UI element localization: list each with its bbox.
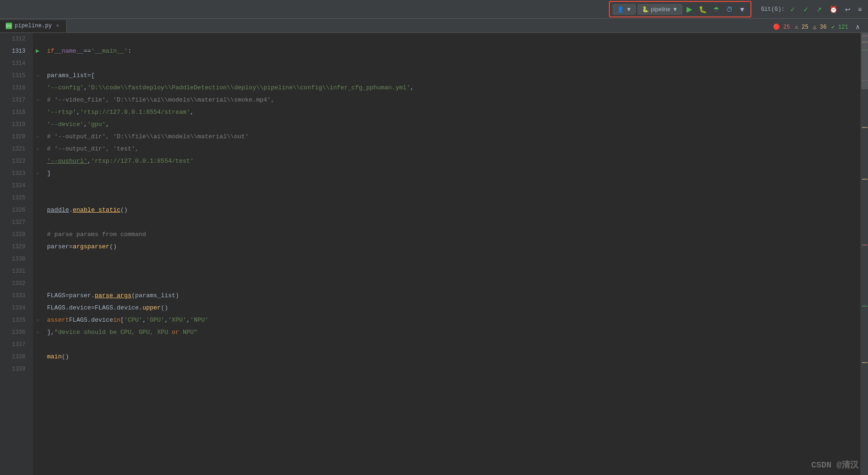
code-line-1318: '--rtsp', 'rtsp://127.0.0.1:8554/stream'…: [47, 106, 860, 119]
collapse-button[interactable]: ∧: [853, 21, 862, 32]
coverage-button[interactable]: ☂: [711, 4, 722, 15]
tab-pipeline[interactable]: py pipeline.py ×: [0, 20, 67, 32]
code-line-1320: # '--output_dir', 'D:\\file\\ai\\models\…: [47, 131, 860, 143]
pipeline-dropdown-icon: ▼: [672, 6, 678, 13]
git-history-button[interactable]: ⏰: [827, 4, 840, 15]
profile-icon: 👤: [617, 6, 624, 13]
git-changes-count: ✔ 121: [831, 24, 848, 31]
code-line-1326: paddle.enable_static(): [47, 204, 860, 216]
tab-filename: pipeline.py: [15, 23, 52, 29]
line-numbers-gutter: 1312131313141315131613171318131913201321…: [0, 33, 33, 475]
error-icon: 🔴: [773, 24, 780, 31]
code-line-1313: if __name__ == '__main__':: [47, 45, 860, 57]
pipeline-config-button[interactable]: 🐍 pipeline ▼: [638, 4, 682, 15]
code-line-1323: ]: [47, 167, 860, 180]
code-line-1332: [47, 277, 860, 290]
run-button[interactable]: ▶: [684, 3, 694, 16]
git-more-button[interactable]: ≡: [856, 4, 864, 15]
code-line-1328: # parse params from command: [47, 229, 860, 241]
code-line-1330: [47, 253, 860, 265]
code-line-1319: '--device', 'gpu',: [47, 119, 860, 131]
info-count: △ 36: [813, 24, 827, 31]
git-check2-button[interactable]: ✓: [801, 4, 811, 15]
code-line-1339: [47, 363, 860, 375]
code-line-1321: # '--output_dir', 'test',: [47, 143, 860, 155]
code-line-1314: [47, 57, 860, 70]
code-line-1331: [47, 265, 860, 277]
git-changes-icon: ✔: [831, 24, 835, 31]
git-check1-button[interactable]: ✓: [788, 4, 798, 15]
code-line-1327: [47, 216, 860, 229]
error-count: 🔴 25: [773, 24, 790, 31]
run-more-button[interactable]: ▼: [737, 4, 748, 15]
toolbar: 👤 ▼ 🐍 pipeline ▼ ▶ 🐛 ☂ ⏱ ▼ Git(G): ✓ ✓ ↗…: [0, 0, 868, 19]
warning-count: ⚠ 25: [795, 24, 808, 31]
code-line-1322: '--pushurl', 'rtsp://127.0.0.1:8554/test…: [47, 155, 860, 167]
code-line-1333: FLAGS = parser.parse_args(params_list): [47, 290, 860, 302]
right-indicator-gutter: [860, 33, 868, 475]
code-line-1324: [47, 180, 860, 192]
git-section: Git(G): ✓ ✓ ↗ ⏰ ↩ ≡: [761, 4, 864, 15]
fold-gutter: ▶○○○○○○○: [33, 33, 42, 475]
info-triangle-icon: △: [813, 24, 816, 31]
git-undo-button[interactable]: ↩: [843, 4, 853, 15]
code-line-1325: [47, 192, 860, 204]
python-file-icon: py: [6, 23, 12, 29]
tab-bar: py pipeline.py × 🔴 25 ⚠ 25 △ 36 ✔ 121 ∧: [0, 19, 868, 33]
run-config-section: 👤 ▼ 🐍 pipeline ▼ ▶ 🐛 ☂ ⏱ ▼: [609, 1, 751, 17]
code-line-1329: parser = argsparser(): [47, 241, 860, 253]
code-line-1334: FLAGS.device = FLAGS.device.upper(): [47, 302, 860, 314]
code-line-1337: [47, 339, 860, 351]
code-line-1316: '--config', 'D:\\code\\fastdeploy\\Paddl…: [47, 82, 860, 94]
code-line-1312: [47, 33, 860, 45]
profile-button[interactable]: 👤 ▼: [613, 4, 636, 15]
code-area[interactable]: if __name__ == '__main__': params_list =…: [42, 33, 860, 475]
code-line-1317: # '--video_file', 'D:\\file\\ai\\models\…: [47, 94, 860, 106]
pipeline-icon: 🐍: [642, 6, 649, 13]
git-push-button[interactable]: ↗: [814, 4, 824, 15]
profile-dropdown-icon: ▼: [626, 6, 631, 13]
code-line-1315: params_list = [: [47, 70, 860, 82]
tab-close-button[interactable]: ×: [54, 23, 61, 29]
code-line-1338: main(): [47, 351, 860, 363]
profile-run-button[interactable]: ⏱: [724, 4, 735, 15]
editor-container: 1312131313141315131613171318131913201321…: [0, 33, 868, 475]
warning-icon: ⚠: [795, 24, 798, 31]
debug-button[interactable]: 🐛: [696, 4, 709, 15]
code-line-1336: ], "device should be CPU, GPU, XPU or NP…: [47, 326, 860, 339]
pipeline-label: pipeline: [651, 6, 670, 13]
git-label: Git(G):: [761, 6, 784, 13]
code-line-1335: assert FLAGS.device in ['CPU', 'GPU', 'X…: [47, 314, 860, 326]
